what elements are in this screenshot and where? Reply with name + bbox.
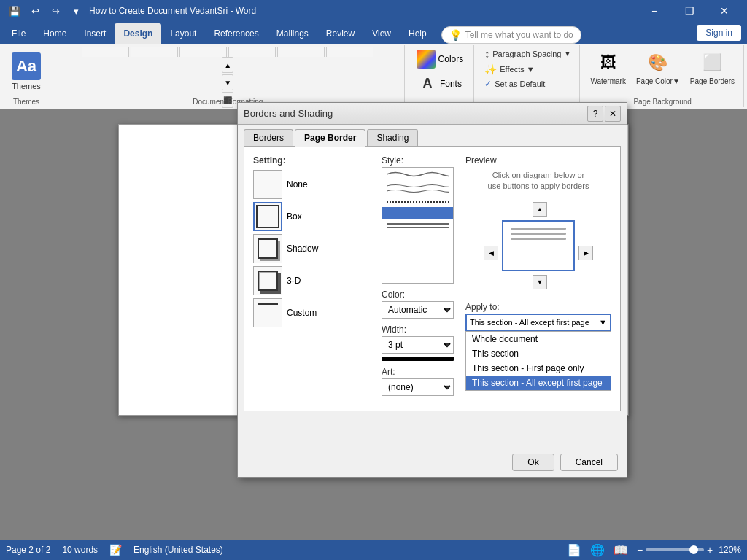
ribbon-tab-bar: File Home Insert Design Layout Reference… [0, 22, 747, 44]
style-item-2[interactable] [382, 181, 453, 197]
watermark-label: Watermark [590, 77, 626, 85]
dialog-tab-borders[interactable]: Borders [244, 129, 293, 146]
custom-icon [253, 298, 282, 327]
status-bar-right: 📄 🌐 📖 − + 120% [567, 543, 741, 557]
dialog-tab-shading[interactable]: Shading [367, 129, 418, 146]
watermark-button[interactable]: 🖼 Watermark [586, 47, 630, 87]
color-select[interactable]: Automatic [382, 301, 454, 319]
paragraph-spacing-button[interactable]: ↕ Paragraph Spacing ▼ [480, 47, 575, 61]
style-preview-6[interactable]: Title Heading 1 [326, 47, 374, 57]
style-preview-5[interactable]: Title Heading 1 [277, 47, 325, 57]
width-row: Width: 3 pt [382, 324, 454, 361]
tab-view[interactable]: View [363, 23, 400, 44]
apply-option-except-first[interactable]: This section - All except first page [466, 376, 611, 390]
borders-and-shading-dialog[interactable]: Borders and Shading ? ✕ Borders Page Bor… [237, 102, 627, 478]
colors-button[interactable]: Colors [411, 48, 470, 70]
colors-fonts-content: Colors A Fonts [411, 47, 470, 106]
style-preview-3[interactable]: Title Heading 1 [179, 47, 227, 57]
themes-label: Themes [12, 82, 41, 90]
art-select-wrapper: (none) [382, 378, 454, 396]
tell-me-box[interactable]: 💡 Tell me what you want to do [441, 26, 581, 44]
style-scroll-down[interactable]: ▼ [222, 74, 233, 90]
set-as-default-button[interactable]: ✓ Set as Default [480, 77, 575, 90]
effects-button[interactable]: ✨ Effects ▼ [480, 62, 575, 77]
style-item-1[interactable] [382, 168, 453, 181]
dialog-content: Setting: None Box [244, 146, 621, 411]
preview-bottom-button[interactable]: ▼ [533, 275, 547, 289]
style-preview-4[interactable]: Title Heading 1 [228, 47, 276, 57]
save-button[interactable]: 💾 [6, 2, 23, 20]
fonts-button[interactable]: A Fonts [412, 73, 468, 95]
preview-page [502, 220, 575, 271]
apply-option-section[interactable]: This section [466, 346, 611, 361]
qat-dropdown-button[interactable]: ▾ [67, 2, 85, 20]
style-item-3[interactable] [382, 197, 453, 207]
fonts-label: Fonts [440, 79, 462, 89]
art-select[interactable]: (none) [382, 378, 454, 396]
preview-top-button[interactable]: ▲ [533, 202, 547, 217]
style-row: Style: [382, 155, 454, 284]
box-label: Box [287, 211, 302, 222]
style-item-5[interactable] [382, 219, 453, 232]
setting-custom[interactable]: Custom [253, 298, 370, 327]
tab-references[interactable]: References [205, 23, 267, 44]
setting-3d[interactable]: 3-D [253, 266, 370, 295]
dialog-tab-page-border[interactable]: Page Border [295, 129, 365, 147]
apply-to-select[interactable]: This section - All except first page ▼ [465, 314, 611, 331]
zoom-in-button[interactable]: + [707, 544, 713, 556]
set-as-default-label: Set as Default [495, 79, 545, 88]
tab-home[interactable]: Home [34, 23, 75, 44]
title-bar-left: 💾 ↩ ↪ ▾ How to Create Document VedantSri… [6, 2, 256, 20]
zoom-control: − + 120% [637, 544, 741, 556]
redo-button[interactable]: ↪ [47, 2, 64, 20]
style-preview-2[interactable]: TITLE HEADING 1 [131, 47, 178, 57]
apply-to-section: Apply to: This section - All except firs… [465, 302, 611, 331]
dialog-close-button[interactable]: ✕ [605, 106, 621, 122]
tab-help[interactable]: Help [400, 23, 436, 44]
ok-button[interactable]: Ok [512, 454, 554, 471]
width-select[interactable]: 3 pt [382, 336, 454, 354]
art-label: Art: [382, 367, 454, 377]
view-layout-icon[interactable]: 📄 [567, 543, 581, 557]
page-color-button[interactable]: 🎨 Page Color▼ [632, 47, 684, 87]
tab-file[interactable]: File [3, 23, 34, 44]
dialog-help-button[interactable]: ? [587, 106, 603, 122]
themes-button[interactable]: Aa Themes [7, 51, 45, 92]
tab-mailings[interactable]: Mailings [268, 23, 317, 44]
style-preview-1[interactable]: Title Heading 1 [82, 47, 129, 57]
themes-group-label: Themes [13, 98, 39, 106]
page-borders-button[interactable]: ⬜ Page Borders [686, 47, 739, 87]
ribbon-group-themes: Aa Themes Themes [3, 45, 50, 107]
page-bg-content: 🖼 Watermark 🎨 Page Color▼ ⬜ Page Borders [586, 47, 739, 97]
page-borders-icon: ⬜ [699, 48, 725, 77]
preview-left-button[interactable]: ◀ [484, 246, 498, 260]
tab-insert[interactable]: Insert [75, 23, 115, 44]
setting-shadow[interactable]: Shadow [253, 234, 370, 263]
apply-option-first-page[interactable]: This section - First page only [466, 361, 611, 376]
style-scroll-up[interactable]: ▲ [222, 57, 233, 73]
shadow-label: Shadow [287, 244, 318, 254]
tab-review[interactable]: Review [317, 23, 363, 44]
dialog-preview-panel: Preview Click on diagram below oruse but… [465, 155, 611, 402]
setting-box[interactable]: Box [253, 202, 370, 231]
style-item-4[interactable] [382, 207, 453, 219]
tab-layout[interactable]: Layout [161, 23, 205, 44]
setting-none[interactable]: None [253, 170, 370, 199]
page-borders-label: Page Borders [690, 77, 735, 85]
undo-button[interactable]: ↩ [26, 2, 44, 20]
style-list[interactable] [382, 167, 454, 284]
status-bar: Page 2 of 2 10 words 📝 English (United S… [0, 540, 747, 560]
cancel-button[interactable]: Cancel [560, 454, 618, 471]
view-web-icon[interactable]: 🌐 [590, 543, 605, 557]
zoom-slider[interactable] [646, 548, 704, 551]
sign-in-button[interactable]: Sign in [697, 25, 741, 41]
close-button[interactable]: ✕ [708, 0, 741, 22]
apply-option-whole[interactable]: Whole document [466, 332, 611, 346]
minimize-button[interactable]: − [638, 0, 671, 22]
apply-to-dropdown-arrow: ▼ [599, 318, 607, 327]
restore-button[interactable]: ❐ [673, 0, 706, 22]
tab-design[interactable]: Design [115, 23, 161, 44]
preview-right-button[interactable]: ▶ [578, 246, 593, 260]
zoom-out-button[interactable]: − [637, 544, 643, 556]
view-read-icon[interactable]: 📖 [614, 543, 628, 557]
